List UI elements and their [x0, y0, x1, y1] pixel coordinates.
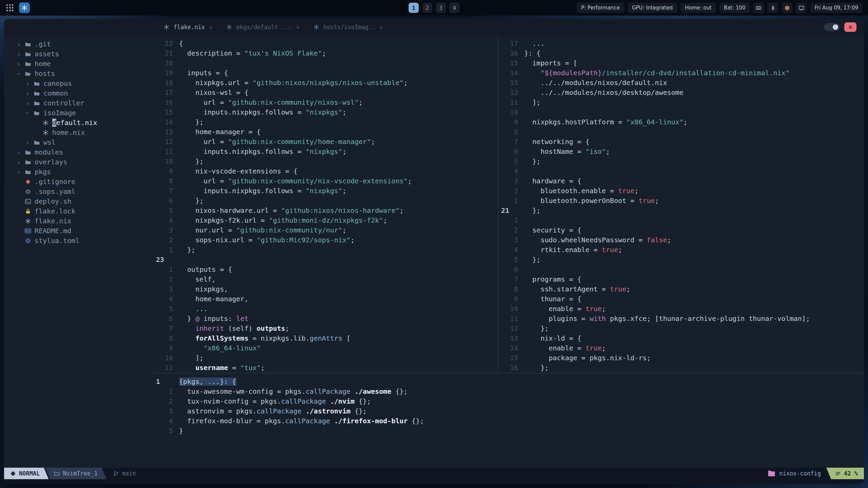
- code-line[interactable]: 4 firefox-mod-blur = pkgs.callPackage ./…: [153, 416, 864, 426]
- launcher-icon[interactable]: [5, 3, 14, 12]
- code-line[interactable]: 21 };: [498, 206, 864, 216]
- code-line[interactable]: 2 self,: [153, 274, 498, 284]
- tab-close-icon[interactable]: ×: [379, 24, 383, 31]
- tree-item-.git[interactable]: ›.git: [16, 39, 153, 49]
- tree-item-assets[interactable]: ›assets: [16, 49, 153, 59]
- code-line[interactable]: 2 tux-nvim-config = pkgs.callPackage ./n…: [153, 396, 864, 406]
- code-line[interactable]: 5 };: [498, 157, 864, 166]
- code-line[interactable]: 7 programs = {: [498, 274, 864, 284]
- code-line[interactable]: 5}: [153, 426, 864, 436]
- tree-item-.sops.yaml[interactable]: .sops.yaml: [16, 187, 153, 197]
- tab-close-icon[interactable]: ×: [209, 24, 213, 31]
- chevron-icon[interactable]: ›: [16, 59, 22, 69]
- code-line[interactable]: 11 username = "tux";: [153, 363, 498, 373]
- code-line[interactable]: 3 astronvim = pkgs.callPackage ./astronv…: [153, 406, 864, 416]
- code-line[interactable]: 3 sudo.wheelNeedsPassword = false;: [498, 235, 864, 245]
- code-line[interactable]: 14 };: [153, 117, 498, 127]
- tree-item-stylua.toml[interactable]: stylua.toml: [16, 236, 153, 246]
- code-line[interactable]: 4 rtkit.enable = true;: [498, 245, 864, 255]
- code-line[interactable]: 9 nixpkgs.hostPlatform = "x86_64-linux";: [498, 117, 864, 127]
- code-line[interactable]: 6: [498, 265, 864, 274]
- code-line[interactable]: 10 ];: [153, 353, 498, 363]
- code-line[interactable]: 1 outputs = {: [153, 265, 498, 274]
- tree-item-isoImage[interactable]: ›isoImage: [24, 108, 153, 118]
- code-line[interactable]: 16 url = "github:nix-community/nixos-wsl…: [153, 98, 498, 107]
- chevron-icon[interactable]: ›: [23, 110, 33, 116]
- chevron-icon[interactable]: ›: [24, 138, 31, 147]
- code-line[interactable]: 4 home-manager,: [153, 294, 498, 304]
- tab-hosts/isoImag..[interactable]: hosts/isoImag..×: [307, 21, 389, 34]
- tree-item-home[interactable]: ›home: [16, 59, 153, 69]
- bluetooth-icon[interactable]: [767, 3, 778, 13]
- code-line[interactable]: 11 ];: [498, 98, 864, 107]
- code-line[interactable]: 9 "x86_64-linux": [153, 343, 498, 353]
- workspace-button[interactable]: 4: [449, 3, 459, 13]
- chevron-icon[interactable]: ›: [24, 88, 31, 98]
- code-line[interactable]: 12 url = "github:nix-community/home-mana…: [153, 137, 498, 147]
- code-line[interactable]: 10 enable = true;: [498, 304, 864, 314]
- code-line[interactable]: 20: [153, 58, 498, 68]
- code-line[interactable]: 3 nur.url = "github:nix-community/nur";: [153, 225, 498, 235]
- code-line[interactable]: 13 nix-ld = {: [498, 333, 864, 343]
- code-line[interactable]: 13 home-manager = {: [153, 127, 498, 137]
- tree-item-README.md[interactable]: README.md: [16, 226, 153, 236]
- chevron-icon[interactable]: ›: [16, 49, 22, 59]
- code-line[interactable]: 2 bluetooth.enable = true;: [498, 186, 864, 196]
- chevron-icon[interactable]: ›: [16, 39, 22, 49]
- code-line[interactable]: 12 };: [498, 324, 864, 333]
- tree-item-controller[interactable]: ›controller: [24, 98, 153, 108]
- code-line[interactable]: 14 "${modulesPath}/installer/cd-dvd/inst…: [498, 68, 864, 78]
- chevron-icon[interactable]: ›: [16, 147, 22, 157]
- code-line[interactable]: 9 nix-vscode-extensions = {: [153, 166, 498, 176]
- clock[interactable]: Fri Aug 09, 17:09: [810, 3, 863, 13]
- chevron-icon[interactable]: ›: [16, 167, 22, 177]
- code-line[interactable]: 2 security = {: [498, 225, 864, 235]
- code-line[interactable]: 5 nixos-hardware.url = "github:nixos/nix…: [153, 206, 498, 216]
- tree-item-canopus[interactable]: ›canopus: [24, 79, 153, 88]
- window-toggle[interactable]: [824, 23, 840, 31]
- display-icon[interactable]: [796, 3, 807, 13]
- editor-left[interactable]: 22{21 description = "tux's NixOS Flake";…: [153, 35, 498, 373]
- code-line[interactable]: 16 };: [498, 363, 864, 373]
- chevron-icon[interactable]: ›: [24, 79, 31, 88]
- code-line[interactable]: 3 hardware = {: [498, 176, 864, 186]
- keyboard-icon[interactable]: [753, 3, 764, 13]
- code-line[interactable]: 22{: [153, 39, 498, 48]
- code-line[interactable]: 19 inputs = {: [153, 68, 498, 78]
- tree-item-flake.lock[interactable]: flake.lock: [16, 206, 153, 216]
- code-line[interactable]: 7 inherit (self) outputs;: [153, 324, 498, 333]
- tab-pkgs/default ...[interactable]: pkgs/default ...×: [220, 21, 306, 34]
- code-line[interactable]: 10 };: [153, 157, 498, 166]
- code-line[interactable]: 17 nixos-wsl = {: [153, 88, 498, 98]
- code-line[interactable]: 15 package = pkgs.nix-ld-rs;: [498, 353, 864, 363]
- code-line[interactable]: 13 ../../modules/nixos/default.nix: [498, 78, 864, 88]
- code-line[interactable]: 4 nixpkgs-f2k.url = "github:moni-dz/nixp…: [153, 216, 498, 225]
- tree-item-flake.nix[interactable]: flake.nix: [16, 216, 153, 226]
- tree-item-pkgs[interactable]: ›pkgs: [16, 167, 153, 177]
- code-line[interactable]: 11 inputs.nixpkgs.follows = "nixpkgs";: [153, 147, 498, 157]
- workspace-button[interactable]: 2: [422, 3, 432, 13]
- code-line[interactable]: 17 ...: [498, 39, 864, 48]
- chevron-icon[interactable]: ›: [24, 98, 31, 108]
- code-line[interactable]: 10: [498, 107, 864, 117]
- tab-flake.nix[interactable]: flake.nix×: [157, 21, 219, 34]
- tree-item-.gitignore[interactable]: .gitignore: [16, 177, 153, 187]
- chevron-icon[interactable]: ›: [16, 157, 22, 167]
- chevron-icon[interactable]: ›: [14, 71, 24, 77]
- code-line[interactable]: 15 imports = [: [498, 58, 864, 68]
- workspace-button[interactable]: 1: [409, 3, 419, 13]
- tree-item-deploy.sh[interactable]: deploy.sh: [16, 197, 153, 206]
- code-line[interactable]: 4: [498, 166, 864, 176]
- code-line[interactable]: 5 };: [498, 255, 864, 265]
- code-line[interactable]: 16}: {: [498, 48, 864, 58]
- code-line[interactable]: 6 } @ inputs: let: [153, 314, 498, 324]
- code-line[interactable]: 15 inputs.nixpkgs.follows = "nixpkgs";: [153, 107, 498, 117]
- code-line[interactable]: 1 };: [153, 245, 498, 255]
- code-line[interactable]: 8 forAllSystems = nixpkgs.lib.genAttrs [: [153, 333, 498, 343]
- code-line[interactable]: 6 };: [153, 196, 498, 206]
- tab-close-icon[interactable]: ×: [296, 24, 300, 31]
- editor-right[interactable]: 17 ...16}: {15 imports = [14 "${modulesP…: [498, 35, 864, 373]
- code-line[interactable]: 1: [498, 216, 864, 225]
- code-line[interactable]: 1{pkgs, ...}: {: [153, 377, 864, 387]
- tree-item-common[interactable]: ›common: [24, 88, 153, 98]
